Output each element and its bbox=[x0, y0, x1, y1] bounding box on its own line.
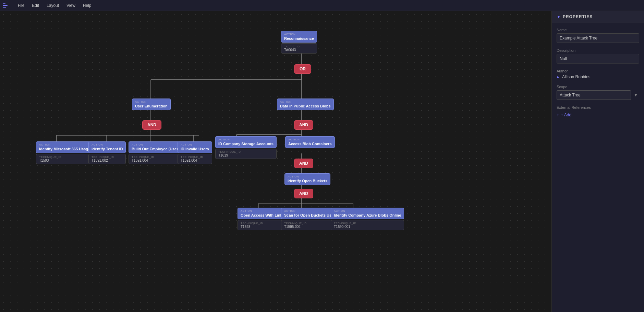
node-or[interactable]: OR bbox=[294, 64, 311, 74]
id-microsoft-label: ACTION bbox=[39, 143, 90, 146]
node-access-blob[interactable]: ACTION Access Blob Containers bbox=[285, 136, 335, 148]
id-azure-title: Identify Company Azure Blobs Online bbox=[334, 213, 401, 218]
action-open-access-link[interactable]: ACTION Open Access With Link bbox=[238, 208, 285, 219]
ext-ref-label: External References bbox=[557, 105, 639, 109]
operator-or[interactable]: OR bbox=[294, 64, 311, 74]
access-blob-title: Access Blob Containers bbox=[288, 142, 332, 146]
add-ref-label: + Add bbox=[561, 113, 571, 117]
node-and-4[interactable]: AND bbox=[294, 189, 313, 198]
node-user-enumeration[interactable]: ACTION User Enumeration bbox=[132, 99, 171, 110]
menubar: File Edit Layout View Help bbox=[0, 0, 644, 11]
action-user-enumeration[interactable]: ACTION User Enumeration bbox=[132, 99, 171, 110]
panel-header: ▼ PROPERTIES bbox=[552, 11, 644, 23]
action-id-azure-blobs[interactable]: ACTION Identify Company Azure Blobs Onli… bbox=[331, 208, 404, 219]
description-value[interactable]: Null bbox=[557, 54, 639, 63]
logo-line-2 bbox=[3, 5, 8, 6]
menu-layout[interactable]: Layout bbox=[43, 2, 62, 9]
data-blobs-title: Data in Public Access Blobs bbox=[280, 104, 331, 108]
id-azure-detail: TECHNIQUE_ID T1590.001 bbox=[331, 220, 404, 230]
action-id-open-buckets[interactable]: ACTION Identify Open Buckets bbox=[284, 173, 330, 185]
node-id-azure-blobs[interactable]: ACTION Identify Company Azure Blobs Onli… bbox=[331, 208, 404, 230]
field-scope: Scope Attack Tree ▼ bbox=[557, 85, 639, 100]
author-row: ► Allison Robbins bbox=[557, 74, 639, 79]
node-id-microsoft[interactable]: ACTION Identify Microsoft 365 Usage TECH… bbox=[36, 141, 93, 164]
scope-dropdown-arrow[interactable]: ▼ bbox=[632, 91, 639, 99]
field-author: Author ► Allison Robbins bbox=[557, 69, 639, 79]
action-reconnaissance[interactable]: ACTION Reconnaissance bbox=[281, 31, 317, 43]
node-and-3[interactable]: AND bbox=[294, 159, 313, 168]
menu-edit[interactable]: Edit bbox=[28, 2, 42, 9]
id-invalid-detail: TECHNIQUE_ID T1591.004 bbox=[178, 154, 212, 164]
node-id-invalid-users[interactable]: ACTION ID Invalid Users TECHNIQUE_ID T15… bbox=[178, 141, 212, 164]
reconnaissance-detail: TACTIC_ID TA0043 bbox=[281, 43, 317, 54]
access-blob-label: ACTION bbox=[288, 138, 332, 141]
action-data-public-blobs[interactable]: ACTION Data in Public Access Blobs bbox=[277, 99, 334, 110]
operator-and-3[interactable]: AND bbox=[294, 159, 313, 168]
add-ref-plus-icon: + bbox=[557, 112, 559, 118]
logo-line-1 bbox=[3, 3, 5, 4]
node-id-company-storage[interactable]: ACTION ID Company Storage Accounts TECHN… bbox=[215, 136, 277, 159]
panel-collapse-arrow[interactable]: ▼ bbox=[557, 14, 561, 19]
id-invalid-label: ACTION bbox=[181, 143, 209, 146]
field-ext-references: External References + + Add bbox=[557, 105, 639, 118]
main-container: ACTION Reconnaissance TACTIC_ID TA0043 O… bbox=[0, 11, 644, 312]
operator-and-4[interactable]: AND bbox=[294, 189, 313, 198]
id-storage-label: ACTION bbox=[218, 138, 274, 141]
author-expand-arrow[interactable]: ► bbox=[557, 75, 560, 79]
canvas-area[interactable]: ACTION Reconnaissance TACTIC_ID TA0043 O… bbox=[0, 11, 551, 312]
id-open-buckets-label: ACTION bbox=[288, 175, 327, 178]
node-and-2[interactable]: AND bbox=[294, 120, 313, 130]
id-tenant-label: ACTION bbox=[92, 143, 123, 146]
node-id-tenant[interactable]: ACTION Identify Tenant ID TECHNIQUE_ID T… bbox=[88, 141, 126, 164]
logo-line-3 bbox=[3, 7, 6, 8]
scope-row: Attack Tree ▼ bbox=[557, 90, 639, 100]
field-description: Description Null bbox=[557, 48, 639, 63]
action-id-invalid-users[interactable]: ACTION ID Invalid Users bbox=[178, 141, 212, 153]
id-invalid-title: ID Invalid Users bbox=[181, 147, 209, 151]
id-microsoft-detail: TECHNIQUE_ID T1593 bbox=[36, 154, 93, 164]
operator-and-2[interactable]: AND bbox=[294, 120, 313, 130]
id-tenant-detail: TECHNIQUE_ID T1591.002 bbox=[88, 154, 126, 164]
menu-view[interactable]: View bbox=[63, 2, 79, 9]
action-id-tenant[interactable]: ACTION Identify Tenant ID bbox=[88, 141, 126, 153]
node-and-1[interactable]: AND bbox=[142, 120, 161, 130]
open-access-detail: TECHNIQUE_ID T1593 bbox=[238, 220, 285, 230]
open-access-title: Open Access With Link bbox=[241, 213, 282, 218]
panel-body: Name Example Attack Tree Description Nul… bbox=[552, 23, 644, 312]
author-name: Allison Robbins bbox=[562, 74, 591, 79]
scope-label: Scope bbox=[557, 85, 639, 89]
operator-and-1[interactable]: AND bbox=[142, 120, 161, 130]
data-blobs-label: ACTION bbox=[280, 100, 331, 103]
node-data-public-blobs[interactable]: ACTION Data in Public Access Blobs bbox=[277, 99, 334, 110]
id-storage-title: ID Company Storage Accounts bbox=[218, 142, 274, 146]
user-enum-label: ACTION bbox=[135, 100, 168, 103]
author-label: Author bbox=[557, 69, 639, 73]
menu-file[interactable]: File bbox=[14, 2, 28, 9]
properties-panel: ▼ PROPERTIES Name Example Attack Tree De… bbox=[551, 11, 644, 312]
reconnaissance-title: Reconnaissance bbox=[284, 36, 314, 41]
id-open-buckets-title: Identify Open Buckets bbox=[288, 179, 327, 183]
menu-help[interactable]: Help bbox=[80, 2, 95, 9]
reconnaissance-label: ACTION bbox=[284, 33, 314, 36]
id-microsoft-title: Identify Microsoft 365 Usage bbox=[39, 147, 90, 151]
node-id-open-buckets[interactable]: ACTION Identify Open Buckets bbox=[284, 173, 330, 185]
description-label: Description bbox=[557, 48, 639, 53]
field-name: Name Example Attack Tree bbox=[557, 28, 639, 43]
node-reconnaissance[interactable]: ACTION Reconnaissance TACTIC_ID TA0043 bbox=[281, 31, 317, 54]
scope-value[interactable]: Attack Tree bbox=[557, 90, 631, 100]
node-open-access-link[interactable]: ACTION Open Access With Link TECHNIQUE_I… bbox=[238, 208, 285, 230]
id-tenant-title: Identify Tenant ID bbox=[92, 147, 123, 151]
action-id-microsoft[interactable]: ACTION Identify Microsoft 365 Usage bbox=[36, 141, 93, 153]
id-storage-detail: TECHNIQUE_ID T1619 bbox=[215, 149, 277, 159]
id-azure-label: ACTION bbox=[334, 209, 401, 212]
name-label: Name bbox=[557, 28, 639, 32]
add-ref-button[interactable]: + + Add bbox=[557, 112, 639, 118]
action-id-company-storage[interactable]: ACTION ID Company Storage Accounts bbox=[215, 136, 277, 148]
app-logo bbox=[3, 1, 11, 10]
panel-title: PROPERTIES bbox=[563, 14, 593, 19]
name-value[interactable]: Example Attack Tree bbox=[557, 33, 639, 43]
user-enum-title: User Enumeration bbox=[135, 104, 168, 108]
open-access-label: ACTION bbox=[241, 209, 282, 212]
action-access-blob[interactable]: ACTION Access Blob Containers bbox=[285, 136, 335, 148]
